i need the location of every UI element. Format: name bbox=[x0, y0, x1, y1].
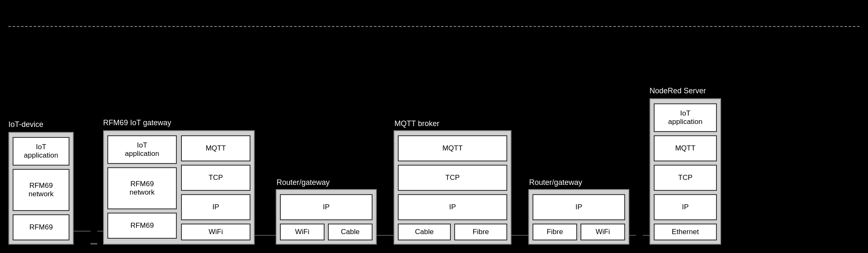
rfm69-connector-line bbox=[74, 231, 91, 232]
ip-box-rg2: IP bbox=[533, 194, 625, 220]
mqtt-broker-column: MQTT broker MQTT TCP IP Cable Fibre bbox=[394, 130, 511, 245]
conn4 bbox=[377, 235, 394, 245]
ip-box-broker: IP bbox=[398, 194, 507, 220]
iot-device-column: IoT-device IoTapplication RFM69network R… bbox=[8, 132, 74, 245]
tcp-box-broker: TCP bbox=[398, 165, 507, 191]
dashed-connection-line bbox=[8, 26, 860, 27]
ethernet-connector-line1 bbox=[629, 235, 636, 236]
nodered-server-block: IoTapplication MQTT TCP IP Ethernet bbox=[650, 98, 721, 245]
gateway-right-col: MQTT TCP IP WiFi bbox=[181, 135, 250, 240]
mqtt-broker-block: MQTT broker MQTT TCP IP Cable Fibre bbox=[394, 130, 511, 245]
rfm69-gateway-block: IoTapplication RFM69network RFM69 MQTT T… bbox=[103, 130, 255, 245]
iot-application-box-nr: IoTapplication bbox=[654, 103, 717, 132]
divider1-container bbox=[74, 231, 91, 245]
router-gateway2-block: Router/gateway IP Fibre WiFi bbox=[528, 189, 629, 245]
nodered-server-column: NodeRed Server IoTapplication MQTT TCP I… bbox=[650, 98, 721, 245]
router-gateway1-column: Router/gateway IP WiFi Cable bbox=[276, 155, 377, 245]
mqtt-box-nr: MQTT bbox=[654, 135, 717, 161]
ethernet-box-nr: Ethernet bbox=[654, 224, 717, 240]
router-gateway2-label: Router/gateway bbox=[529, 178, 582, 187]
conn7 bbox=[643, 235, 650, 245]
rfm69-box-gw: RFM69 bbox=[107, 213, 177, 239]
iot-application-box-iot: IoTapplication bbox=[13, 137, 69, 166]
cable-connector-line1 bbox=[377, 235, 394, 236]
gateway-left-col: IoTapplication RFM69network RFM69 bbox=[107, 135, 177, 240]
router-gateway1-label: Router/gateway bbox=[277, 178, 330, 187]
layout: IoT-device IoTapplication RFM69network R… bbox=[8, 17, 860, 245]
iot-device-label: IoT-device bbox=[8, 120, 43, 129]
rfm69-gateway-column: RFM69 IoT gateway IoTapplication RFM69ne… bbox=[103, 130, 255, 245]
wifi-box-rg2: WiFi bbox=[580, 224, 625, 240]
vertical-divider-1 bbox=[91, 243, 97, 245]
iot-device-block: IoTapplication RFM69network RFM69 bbox=[8, 132, 74, 245]
cable-box-rg1: Cable bbox=[328, 224, 373, 240]
ip-box-rg1: IP bbox=[280, 194, 373, 220]
iot-application-box-gw: IoTapplication bbox=[107, 135, 177, 164]
rfm69-box-iot: RFM69 bbox=[13, 214, 69, 240]
rfm69-network-box-gw: RFM69network bbox=[107, 167, 177, 209]
router-gateway2-column: Router/gateway IP Fibre WiFi bbox=[528, 155, 629, 245]
wifi-box-gw: WiFi bbox=[181, 224, 250, 240]
rfm69-gateway-label: RFM69 IoT gateway bbox=[103, 119, 171, 127]
connector2 bbox=[97, 231, 103, 245]
conn6 bbox=[629, 235, 636, 245]
ip-box-gw: IP bbox=[181, 194, 250, 220]
conn3 bbox=[255, 235, 276, 245]
mqtt-box-broker: MQTT bbox=[398, 135, 507, 161]
fibre-box-broker: Fibre bbox=[454, 224, 507, 240]
wifi-box-rg1: WiFi bbox=[280, 224, 325, 240]
mqtt-broker-label: MQTT broker bbox=[394, 119, 439, 128]
router-gateway1-block: Router/gateway IP WiFi Cable bbox=[276, 189, 377, 245]
tcp-box-nr: TCP bbox=[654, 165, 717, 191]
fibre-box-rg2: Fibre bbox=[533, 224, 577, 240]
mqtt-box-gw: MQTT bbox=[181, 135, 250, 161]
ethernet-connector-line2 bbox=[643, 235, 650, 236]
rg1-bottom-boxes: WiFi Cable bbox=[280, 224, 373, 240]
diagram: IoT-device IoTapplication RFM69network R… bbox=[0, 0, 868, 253]
wifi-connector-line1 bbox=[255, 235, 276, 236]
conn5 bbox=[511, 235, 528, 245]
cable-box-broker: Cable bbox=[398, 224, 451, 240]
broker-bottom-boxes: Cable Fibre bbox=[398, 224, 507, 240]
rg2-bottom-boxes: Fibre WiFi bbox=[533, 224, 625, 240]
rfm69-connector-line2 bbox=[97, 231, 103, 232]
tcp-box-gw: TCP bbox=[181, 165, 250, 191]
rfm69-network-box-iot: RFM69network bbox=[13, 169, 69, 211]
fibre-connector-line1 bbox=[511, 235, 528, 236]
ip-box-nr: IP bbox=[654, 194, 717, 220]
nodered-server-label: NodeRed Server bbox=[650, 87, 706, 95]
